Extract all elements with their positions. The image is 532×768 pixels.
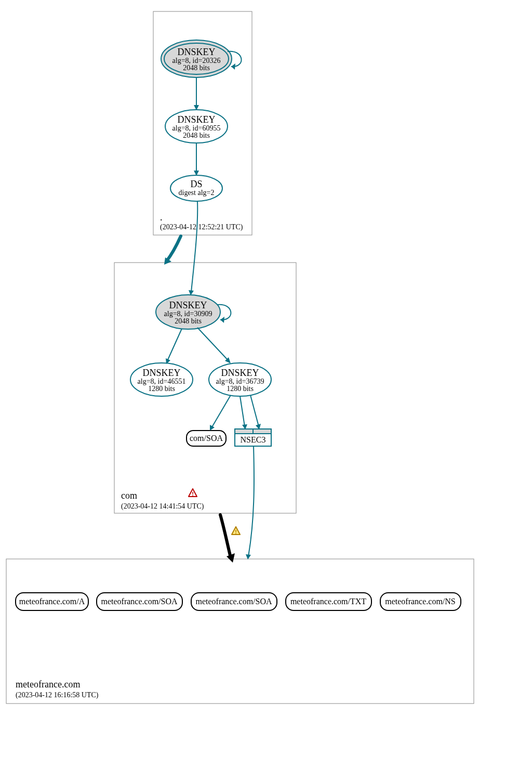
svg-text:alg=8, id=36739: alg=8, id=36739 — [216, 378, 264, 385]
svg-text:alg=8, id=60955: alg=8, id=60955 — [172, 124, 221, 132]
edge-zsk-soa — [211, 395, 231, 428]
com-dnskey-zsk-right: DNSKEY alg=8, id=36739 1280 bits — [209, 363, 271, 396]
com-dnskey-zsk-left: DNSKEY alg=8, id=46551 1280 bits — [130, 363, 193, 396]
target-rrset-soa-2: meteofrance.com/SOA — [191, 593, 277, 610]
svg-text:2048 bits: 2048 bits — [183, 64, 210, 72]
com-nsec3-rrset: NSEC3 — [235, 429, 271, 446]
warning-icon-minor: ! — [232, 527, 240, 535]
svg-text:meteofrance.com/SOA: meteofrance.com/SOA — [101, 597, 178, 606]
svg-text:DNSKEY: DNSKEY — [177, 114, 215, 125]
zone-root-label: . — [160, 212, 163, 223]
svg-text:DNSKEY: DNSKEY — [142, 368, 180, 378]
target-rrset-ns: meteofrance.com/NS — [380, 593, 461, 610]
zone-target-time: (2023-04-12 16:16:58 UTC) — [16, 691, 99, 699]
svg-text:alg=8, id=46551: alg=8, id=46551 — [138, 378, 186, 385]
zone-com-time: (2023-04-12 14:41:54 UTC) — [121, 502, 204, 511]
svg-text:2048 bits: 2048 bits — [175, 317, 202, 325]
edge-com-ksk-zsk-left — [167, 329, 182, 361]
edge-zsk-nsec-2 — [250, 395, 259, 426]
edge-ds-to-com-ksk — [191, 201, 197, 292]
svg-text:1280 bits: 1280 bits — [148, 385, 175, 393]
root-dnskey-ksk: DNSKEY alg=8, id=20326 2048 bits — [161, 40, 232, 77]
edge-com-ksk-zsk-right — [197, 328, 229, 361]
svg-text:meteofrance.com/SOA: meteofrance.com/SOA — [195, 597, 272, 606]
svg-text:!: ! — [192, 491, 194, 497]
zone-root-time: (2023-04-12 12:52:21 UTC) — [160, 223, 243, 231]
svg-text:meteofrance.com/A: meteofrance.com/A — [19, 597, 85, 606]
zone-com-label: com — [121, 490, 137, 501]
svg-text:com/SOA: com/SOA — [190, 434, 223, 442]
com-soa-rrset: com/SOA — [187, 431, 226, 446]
svg-text:meteofrance.com/NS: meteofrance.com/NS — [385, 597, 456, 606]
svg-text:DNSKEY: DNSKEY — [169, 300, 207, 310]
zone-target-label: meteofrance.com — [16, 679, 80, 689]
edge-com-to-target — [220, 515, 231, 557]
svg-text:2048 bits: 2048 bits — [183, 132, 210, 139]
edge-root-to-com — [166, 236, 181, 262]
svg-marker-5 — [231, 63, 235, 70]
edge-nsec-to-target — [248, 446, 254, 556]
target-rrset-txt: meteofrance.com/TXT — [286, 593, 371, 610]
svg-text:meteofrance.com/TXT: meteofrance.com/TXT — [290, 597, 366, 606]
warning-icon: ! — [189, 489, 197, 497]
svg-text:DNSKEY: DNSKEY — [221, 368, 259, 378]
svg-text:digest alg=2: digest alg=2 — [179, 189, 215, 197]
svg-text:!: ! — [235, 529, 237, 535]
dnssec-graph: . (2023-04-12 12:52:21 UTC) DNSKEY alg=8… — [0, 0, 532, 768]
svg-marker-23 — [220, 317, 224, 323]
svg-text:alg=8, id=30909: alg=8, id=30909 — [164, 310, 212, 318]
svg-text:alg=8, id=20326: alg=8, id=20326 — [172, 57, 221, 64]
target-rrset-a: meteofrance.com/A — [16, 593, 88, 610]
svg-text:1280 bits: 1280 bits — [227, 385, 254, 393]
root-ds: DS digest alg=2 — [170, 175, 222, 201]
root-dnskey-zsk: DNSKEY alg=8, id=60955 2048 bits — [165, 110, 228, 143]
svg-text:DS: DS — [190, 179, 202, 189]
com-dnskey-ksk: DNSKEY alg=8, id=30909 2048 bits — [156, 295, 220, 329]
svg-text:NSEC3: NSEC3 — [241, 435, 266, 444]
target-rrset-soa-1: meteofrance.com/SOA — [97, 593, 182, 610]
edge-zsk-nsec-1 — [240, 396, 245, 426]
svg-text:DNSKEY: DNSKEY — [177, 47, 215, 57]
